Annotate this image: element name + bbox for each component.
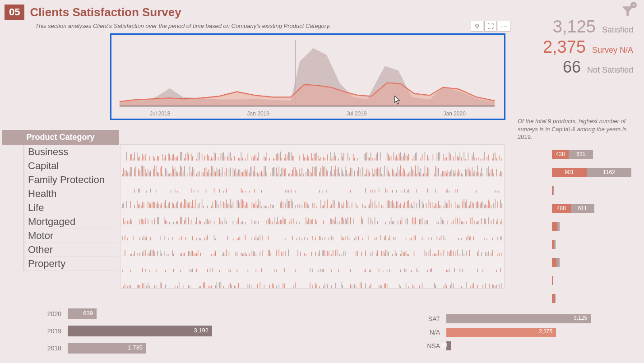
category-item[interactable]: Motor (24, 229, 117, 243)
spark-row (120, 161, 504, 176)
mini-bar-row[interactable]: 488611 (552, 204, 633, 213)
clear-filter-icon[interactable]: × (630, 2, 637, 8)
status-bar-chart[interactable]: SAT3,125N/A2,375NSA66 (414, 313, 630, 354)
spark-row (120, 256, 504, 272)
category-item[interactable]: Health (24, 187, 117, 201)
status-label: SAT (414, 315, 446, 322)
kpi-block: 3,125 Satisfied 2,375 Survey N/A 66 Not … (516, 17, 633, 78)
category-mini-bars[interactable]: 4386319011162488611 (552, 150, 633, 303)
category-item[interactable]: Property (24, 257, 117, 271)
status-bar-row[interactable]: SAT3,125 (414, 313, 630, 325)
status-label: N/A (414, 329, 446, 336)
category-header: Product Category (2, 130, 119, 145)
kpi-na-value: 2,375 (543, 37, 586, 57)
narrative-text: Of the total 9 products, highest number … (518, 117, 631, 141)
visual-toolbar: ⚲ ⛶ ⋯ (471, 21, 510, 32)
category-item[interactable]: Business (24, 145, 117, 159)
year-bar-row[interactable]: 20193,192 (9, 324, 325, 338)
mini-bar-row[interactable] (552, 276, 633, 285)
status-bar-row[interactable]: NSA66 (414, 340, 630, 352)
spark-row (120, 272, 504, 288)
kpi-satisfied-value: 3,125 (553, 17, 596, 37)
spark-row (120, 208, 504, 224)
mini-bar-row[interactable] (552, 294, 633, 303)
spark-row (120, 240, 504, 256)
timeline-tick: Jul 2018 (150, 110, 170, 117)
focus-mode-icon[interactable]: ⛶ (484, 21, 497, 32)
spark-row (120, 193, 504, 208)
spark-row (120, 145, 504, 161)
mini-bar-row[interactable]: 438631 (552, 150, 633, 159)
mini-bar-row[interactable]: 9011162 (552, 168, 633, 177)
kpi-nsat-value: 66 (563, 58, 581, 77)
mini-bar-row[interactable] (552, 240, 633, 249)
kpi-na-label: Survey N/A (592, 46, 633, 55)
page-title: Clients Satisfaction Survey (30, 5, 181, 19)
status-bar-row[interactable]: N/A2,375 (414, 326, 630, 338)
category-list: BusinessCapitalFamily ProtectionHealthLi… (23, 145, 117, 271)
year-bar-row[interactable]: 2020639 (9, 307, 325, 321)
category-item[interactable]: Other (24, 243, 117, 257)
timeline-tick: Jan 2020 (444, 110, 466, 117)
kpi-nsat-label: Not Satisfied (587, 65, 633, 75)
page-number-badge: 05 (5, 5, 24, 20)
year-label: 2020 (9, 310, 68, 317)
mini-bar-row[interactable] (552, 222, 633, 231)
kpi-satisfied-label: Satisfied (602, 25, 633, 35)
year-bar-chart[interactable]: 202063920193,19220181,735 (9, 307, 325, 358)
year-label: 2018 (9, 345, 68, 352)
timeline-tick: Jul 2019 (346, 110, 366, 117)
category-sparklines[interactable] (120, 144, 505, 289)
category-item[interactable]: Family Protection (24, 173, 117, 187)
timeline-chart[interactable]: Jul 2018 Jan 2019 Jul 2019 Jan 2020 (110, 33, 505, 120)
more-options-icon[interactable]: ⋯ (498, 21, 510, 32)
mini-bar-row[interactable] (552, 186, 633, 195)
category-item[interactable]: Mortgaged (24, 215, 117, 229)
timeline-tick: Jan 2019 (247, 110, 269, 117)
category-item[interactable]: Life (24, 201, 117, 215)
year-bar-row[interactable]: 20181,735 (9, 341, 325, 355)
filter-icon[interactable]: ⚲ (471, 21, 483, 32)
spark-row (120, 177, 504, 193)
spark-row (120, 225, 504, 240)
year-label: 2019 (9, 327, 68, 335)
mini-bar-row[interactable] (552, 258, 633, 267)
category-item[interactable]: Capital (24, 159, 117, 173)
